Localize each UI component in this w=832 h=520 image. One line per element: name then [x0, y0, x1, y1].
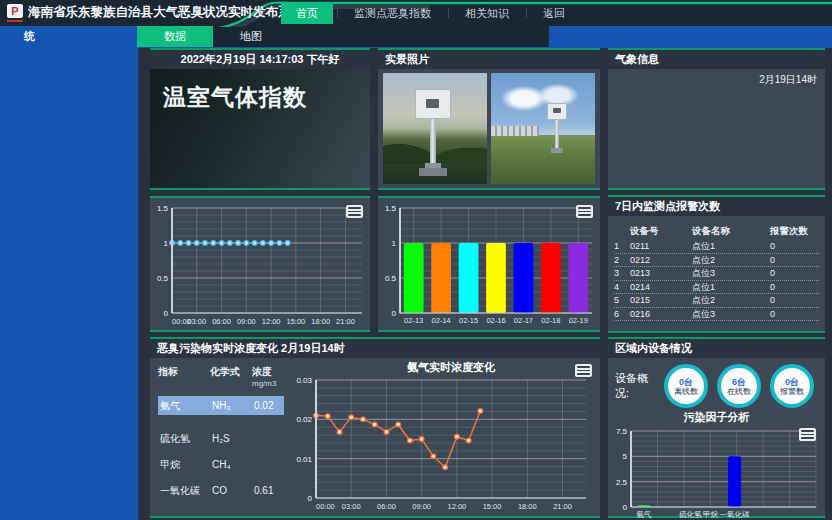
photo2-fence [491, 126, 539, 136]
panel-region-devices: 区域内设备情况 设备概况: 0台离线数6台在线数0台报警数 污染因子分析 02.… [608, 337, 825, 518]
alarm-table-row: 10211点位10 [614, 240, 819, 254]
odor-indicator-row[interactable]: 一氧化碳CO0.61 [158, 481, 284, 500]
svg-text:0: 0 [164, 309, 169, 318]
nav-knowledge[interactable]: 相关知识 [448, 0, 526, 26]
svg-text:18:00: 18:00 [311, 317, 330, 326]
svg-text:21:00: 21:00 [553, 502, 572, 511]
svg-text:12:00: 12:00 [262, 317, 281, 326]
photo1-monitor-station [413, 89, 453, 176]
nh3-trend-chart-area: 00.010.020.0300:0003:0006:0009:0012:0015… [286, 358, 600, 516]
chart-menu-icon[interactable] [799, 428, 816, 441]
svg-text:0.5: 0.5 [157, 274, 169, 283]
svg-text:09:00: 09:00 [237, 317, 256, 326]
tab-data[interactable]: 数据 [137, 26, 213, 47]
daily-index-bar-chart[interactable]: 00.511.502-1302-1402-1502-1602-1702-1802… [378, 198, 598, 329]
greenhouse-body: 温室气体指数 [150, 69, 370, 188]
device-overview-row: 设备概况: 0台离线数6台在线数0台报警数 [608, 358, 825, 411]
chart-menu-icon[interactable] [346, 205, 363, 218]
panel-greenhouse-index: 2022年2月19日 14:17:03 下午好 温室气体指数 [150, 48, 370, 190]
svg-text:00:00: 00:00 [316, 502, 335, 511]
panel-point-index-trend: 00.511.500:0003:0006:0009:0012:0015:0018… [150, 196, 370, 332]
site-photo-1[interactable] [383, 73, 487, 184]
tab-strip: 统 数据地图 [0, 26, 832, 47]
alarm-table-row: 50215点位20 [614, 294, 819, 308]
svg-text:2.5: 2.5 [616, 478, 628, 487]
alarms-panel-title: 7日内监测点报警次数 [608, 197, 825, 216]
panel-odor-concentration: 恶臭污染物实时浓度变化 2月19日14时 指标 化学式 浓度 mg/m3 氨气N… [150, 337, 600, 518]
alarm-table-row: 40214点位10 [614, 281, 819, 295]
tab-map[interactable]: 地图 [213, 26, 289, 47]
svg-text:0.02: 0.02 [296, 415, 312, 424]
odor-indicator-row[interactable]: 甲烷CH₄ [158, 455, 284, 474]
svg-text:0: 0 [623, 503, 628, 512]
svg-text:0: 0 [392, 309, 397, 318]
devices-panel-title: 区域内设备情况 [608, 339, 825, 358]
svg-text:0.01: 0.01 [296, 455, 312, 464]
svg-text:1.5: 1.5 [385, 204, 397, 213]
svg-text:0.03: 0.03 [296, 376, 312, 385]
svg-text:氨气实时浓度变化: 氨气实时浓度变化 [406, 361, 496, 373]
alarm-table: 设备号设备名称报警次数10211点位1020212点位2030213点位3040… [608, 216, 825, 321]
svg-text:02-17: 02-17 [514, 316, 533, 325]
app-logo-icon: P [7, 4, 23, 18]
svg-text:1.5: 1.5 [157, 204, 169, 213]
svg-text:21:00: 21:00 [336, 317, 355, 326]
alarm-table-row: 20212点位20 [614, 254, 819, 268]
nav-home[interactable]: 首页 [281, 2, 333, 24]
app-title: 海南省乐东黎族自治县大气恶臭状况实时发布系 [28, 0, 291, 25]
datetime-header: 2022年2月19日 14:17:03 下午好 [150, 50, 370, 69]
svg-text:02-15: 02-15 [459, 316, 478, 325]
alarm-table-header: 设备号设备名称报警次数 [614, 224, 819, 240]
odor-col-indicator: 指标 [158, 366, 210, 389]
svg-text:1: 1 [164, 239, 169, 248]
odor-panel-title: 恶臭污染物实时浓度变化 2月19日14时 [150, 339, 600, 358]
app-logo-accent [7, 20, 23, 22]
top-nav: 首页监测点恶臭指数相关知识返回 [281, 0, 582, 26]
odor-col-concentration: 浓度 mg/m3 [252, 366, 286, 389]
svg-text:甲烷: 甲烷 [703, 510, 719, 519]
svg-text:06:00: 06:00 [377, 502, 396, 511]
svg-text:02-14: 02-14 [432, 316, 451, 325]
alarm-table-row: 60216点位30 [614, 308, 819, 322]
factor-analysis-title: 污染因子分析 [608, 411, 825, 425]
photos-panel-title: 实景照片 [378, 50, 600, 69]
chart-menu-icon[interactable] [575, 364, 592, 377]
svg-text:02-19: 02-19 [569, 316, 588, 325]
odor-indicator-row[interactable]: 氨气NH₃0.02 [158, 396, 284, 415]
odor-indicator-row[interactable]: 硫化氢H₂S [158, 429, 284, 448]
svg-text:09:00: 09:00 [412, 502, 431, 511]
chart-menu-icon[interactable] [576, 205, 593, 218]
odor-indicator-table: 指标 化学式 浓度 mg/m3 氨气NH₃0.02硫化氢H₂S甲烷CH₄一氧化碳… [150, 358, 286, 516]
nh3-trend-chart[interactable]: 00.010.020.0300:0003:0006:0009:0012:0015… [286, 358, 596, 514]
pollution-factor-chart[interactable]: 02.557.5氨气硫化氢甲烷一氧化碳 [611, 425, 822, 519]
daily-bars-chart-body: 00.511.502-1302-1402-1502-1602-1702-1802… [378, 198, 600, 330]
nav-monitor-odor-index[interactable]: 监测点恶臭指数 [337, 0, 448, 26]
nav-back[interactable]: 返回 [526, 0, 582, 26]
stat-offline-count: 0台离线数 [664, 364, 708, 408]
point-index-trend-chart[interactable]: 00.511.500:0003:0006:0009:0012:0015:0018… [150, 198, 368, 329]
weather-timestamp: 2月19日14时 [759, 73, 817, 87]
svg-text:02-13: 02-13 [404, 316, 423, 325]
factor-chart-area: 02.557.5氨气硫化氢甲烷一氧化碳 [608, 425, 825, 519]
photo2-monitor-station [546, 103, 568, 153]
svg-text:02-16: 02-16 [486, 316, 505, 325]
svg-text:一氧化碳: 一氧化碳 [720, 510, 751, 519]
photo2-clouds [499, 82, 582, 115]
odor-body: 指标 化学式 浓度 mg/m3 氨气NH₃0.02硫化氢H₂S甲烷CH₄一氧化碳… [150, 358, 600, 516]
svg-text:03:00: 03:00 [342, 502, 361, 511]
weather-body: 2月19日14时 [608, 69, 825, 188]
svg-text:15:00: 15:00 [483, 502, 502, 511]
alarm-table-row: 30213点位30 [614, 267, 819, 281]
photo2-field [491, 135, 595, 184]
svg-text:氨气: 氨气 [636, 510, 651, 519]
main-content: 2022年2月19日 14:17:03 下午好 温室气体指数 实景照片 [138, 48, 832, 520]
svg-text:03:00: 03:00 [187, 317, 206, 326]
app-header: P 海南省乐东黎族自治县大气恶臭状况实时发布系 首页监测点恶臭指数相关知识返回 [0, 0, 832, 26]
app-title-wrap: 统 [24, 26, 35, 47]
svg-text:02-18: 02-18 [541, 316, 560, 325]
panel-weather-info: 气象信息 2月19日14时 [608, 48, 825, 190]
odor-col-unit: mg/m3 [252, 379, 276, 388]
greenhouse-title: 温室气体指数 [150, 69, 370, 113]
panel-alarm-counts: 7日内监测点报警次数 设备号设备名称报警次数10211点位1020212点位20… [608, 195, 825, 333]
site-photo-2[interactable] [491, 73, 595, 184]
